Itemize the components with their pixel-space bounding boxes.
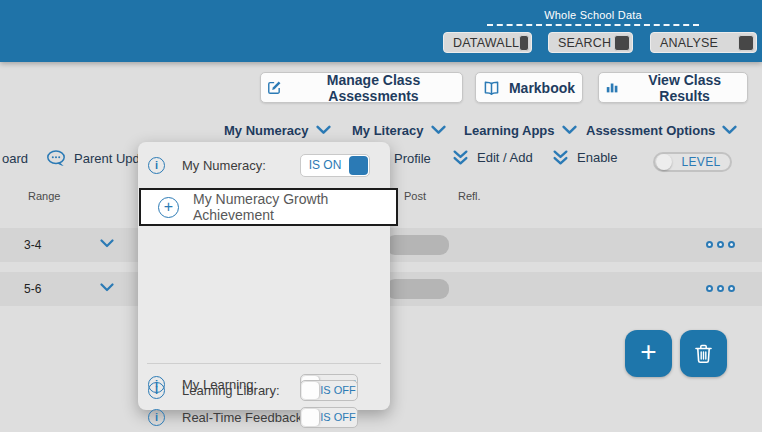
chevron-down-icon: [431, 125, 446, 135]
manage-class-assessments-label: Manage Class Assessments: [291, 72, 456, 104]
real-time-feedback-setting-row: i Real-Time Feedback: IS OFF: [148, 405, 380, 429]
dot: [706, 241, 713, 248]
dashed-underline: [487, 24, 699, 26]
double-chevron-down-icon: [452, 149, 469, 166]
learning-library-toggle[interactable]: IS OFF: [300, 380, 358, 401]
bar-chart-icon: [605, 80, 619, 95]
menu-learning-apps-label: Learning Apps: [464, 123, 555, 138]
edit-icon: [267, 79, 282, 96]
toggle-knob: [349, 156, 368, 175]
level-toggle-label: LEVEL: [672, 155, 730, 169]
markbook-button[interactable]: Markbook: [475, 72, 583, 103]
info-icon[interactable]: i: [148, 382, 165, 399]
truncated-nav-item[interactable]: oard: [2, 151, 28, 166]
plus-circle-icon: +: [158, 197, 179, 218]
learning-library-setting-label: Learning Library:: [182, 383, 280, 398]
column-header-refl: Refl.: [458, 190, 481, 202]
divider: [147, 363, 381, 364]
dot: [717, 241, 724, 248]
search-label: SEARCH: [558, 36, 611, 50]
enable-control[interactable]: Enable: [552, 149, 617, 166]
markbook-label: Markbook: [509, 80, 575, 96]
datawall-label: DATAWALL: [453, 36, 519, 50]
dot: [706, 285, 713, 292]
level-toggle[interactable]: LEVEL: [653, 152, 732, 172]
range-value: 5-6: [24, 282, 41, 296]
info-icon[interactable]: i: [148, 409, 165, 426]
menu-my-literacy[interactable]: My Literacy: [352, 121, 446, 139]
toggle-state-label: IS ON: [301, 158, 349, 172]
menu-learning-apps[interactable]: Learning Apps: [464, 121, 577, 139]
my-numeracy-setting-row: i My Numeracy: IS ON: [148, 153, 380, 177]
parent-updates-item[interactable]: Parent Upd: [74, 151, 140, 166]
menu-my-numeracy[interactable]: My Numeracy: [224, 121, 331, 139]
trash-icon: [692, 342, 715, 366]
menu-my-literacy-label: My Literacy: [352, 123, 424, 138]
info-icon[interactable]: i: [148, 157, 165, 174]
app-window: Whole School Data DATAWALL SEARCH ANALYS…: [0, 0, 762, 432]
chevron-down-icon: [562, 125, 577, 135]
real-time-feedback-toggle[interactable]: IS OFF: [300, 407, 358, 428]
row-menu-button[interactable]: [706, 285, 735, 292]
toggle-state-label: IS OFF: [319, 411, 357, 423]
chevron-down-icon: [722, 125, 737, 135]
toggle-knob: [656, 154, 672, 170]
add-button[interactable]: +: [625, 330, 672, 377]
growth-achievement-label: My Numeracy Growth Achievement: [193, 191, 396, 223]
profile-column-label: Profile: [394, 151, 431, 166]
view-class-results-button[interactable]: View Class Results: [598, 72, 748, 103]
chevron-down-icon: [316, 125, 331, 135]
progress-bar-placeholder: [386, 279, 449, 299]
search-toggle[interactable]: [614, 35, 630, 51]
manage-class-assessments-button[interactable]: Manage Class Assessments: [260, 72, 463, 103]
delete-button[interactable]: [680, 330, 727, 377]
speech-bubble-icon[interactable]: [45, 149, 69, 169]
view-class-results-label: View Class Results: [628, 72, 741, 104]
whole-school-data-label: Whole School Data: [487, 9, 699, 21]
toggle-knob: [302, 382, 319, 399]
my-numeracy-setting-label: My Numeracy:: [182, 158, 266, 173]
plus-icon: +: [640, 338, 656, 366]
chevron-down-icon[interactable]: [100, 239, 114, 248]
real-time-feedback-setting-label: Real-Time Feedback:: [182, 410, 306, 425]
edit-add-control[interactable]: Edit / Add: [452, 149, 533, 166]
toggle-knob: [302, 409, 319, 426]
enable-label: Enable: [577, 150, 617, 165]
toggle-state-label: IS OFF: [319, 384, 357, 396]
datawall-button[interactable]: DATAWALL: [443, 32, 532, 53]
datawall-toggle[interactable]: [519, 35, 529, 51]
top-navigation-bar: Whole School Data DATAWALL SEARCH ANALYS…: [0, 0, 762, 62]
menu-assessment-options[interactable]: Assessment Options: [586, 121, 737, 139]
double-chevron-down-icon: [552, 149, 569, 166]
analyse-toggle[interactable]: [738, 35, 754, 51]
search-button[interactable]: SEARCH: [548, 32, 633, 53]
menu-my-numeracy-label: My Numeracy: [224, 123, 309, 138]
dot: [728, 285, 735, 292]
book-icon: [483, 80, 500, 96]
range-value: 3-4: [24, 238, 41, 252]
column-header-range: Range: [28, 190, 60, 202]
progress-bar-placeholder: [386, 235, 449, 255]
dot: [728, 241, 735, 248]
menu-assessment-options-label: Assessment Options: [586, 123, 715, 138]
chevron-down-icon[interactable]: [100, 283, 114, 292]
analyse-button[interactable]: ANALYSE: [650, 32, 757, 53]
my-numeracy-dropdown-panel: i My Numeracy: IS ON + My Numeracy Growt…: [138, 142, 390, 410]
row-menu-button[interactable]: [706, 241, 735, 248]
my-numeracy-toggle[interactable]: IS ON: [300, 154, 370, 177]
learning-library-setting-row: i Learning Library: IS OFF: [148, 378, 380, 402]
edit-add-label: Edit / Add: [477, 150, 533, 165]
column-header-post: Post: [404, 190, 426, 202]
menu-item-growth-achievement[interactable]: + My Numeracy Growth Achievement: [139, 188, 398, 226]
dot: [717, 285, 724, 292]
analyse-label: ANALYSE: [660, 36, 718, 50]
